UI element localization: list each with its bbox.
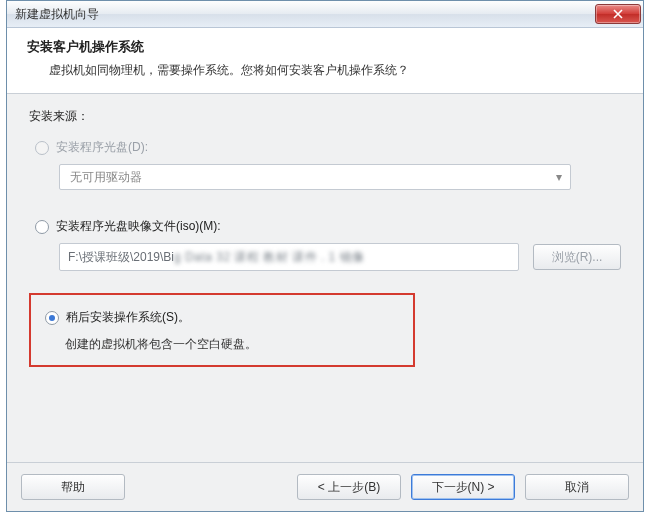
window-title: 新建虚拟机向导: [15, 6, 595, 23]
iso-path-prefix: F:\授课班级\2019\Bi: [68, 249, 174, 266]
wizard-window: 新建虚拟机向导 安装客户机操作系统 虚拟机如同物理机，需要操作系统。您将如何安装…: [6, 0, 644, 512]
radio-iso[interactable]: [35, 220, 49, 234]
cancel-button[interactable]: 取消: [525, 474, 629, 500]
radio-later[interactable]: [45, 311, 59, 325]
page-heading: 安装客户机操作系统: [27, 38, 623, 56]
radio-disc: [35, 141, 49, 155]
iso-path-input[interactable]: F:\授课班级\2019\Big Data 32 课程 教材 课件 . 1 镜像: [59, 243, 519, 271]
body: 安装客户机操作系统 虚拟机如同物理机，需要操作系统。您将如何安装客户机操作系统？…: [7, 28, 643, 511]
radio-later-label: 稍后安装操作系统(S)。: [66, 309, 190, 326]
option-iso: 安装程序光盘映像文件(iso)(M): F:\授课班级\2019\Big Dat…: [29, 218, 621, 271]
source-label: 安装来源：: [29, 108, 621, 125]
radio-iso-label: 安装程序光盘映像文件(iso)(M):: [56, 218, 221, 235]
help-button[interactable]: 帮助: [21, 474, 125, 500]
footer: 帮助 < 上一步(B) 下一步(N) > 取消: [7, 462, 643, 511]
radio-dot-icon: [49, 315, 55, 321]
page-subheading: 虚拟机如同物理机，需要操作系统。您将如何安装客户机操作系统？: [49, 62, 623, 79]
disc-drive-value: 无可用驱动器: [70, 169, 142, 186]
option-later-highlight: 稍后安装操作系统(S)。 创建的虚拟机将包含一个空白硬盘。: [29, 293, 415, 367]
content: 安装来源： 安装程序光盘(D): 无可用驱动器 ▾ 安装程序光盘映像文件(iso…: [7, 94, 643, 462]
browse-button[interactable]: 浏览(R)...: [533, 244, 621, 270]
close-icon: [613, 9, 623, 19]
titlebar: 新建虚拟机向导: [7, 1, 643, 28]
radio-disc-label: 安装程序光盘(D):: [56, 139, 148, 156]
chevron-down-icon: ▾: [556, 170, 562, 184]
iso-path-blurred: g Data 32 课程 教材 课件 . 1 镜像: [174, 249, 365, 266]
close-button[interactable]: [595, 4, 641, 24]
option-later-desc: 创建的虚拟机将包含一个空白硬盘。: [65, 336, 399, 353]
next-button[interactable]: 下一步(N) >: [411, 474, 515, 500]
back-button[interactable]: < 上一步(B): [297, 474, 401, 500]
header-panel: 安装客户机操作系统 虚拟机如同物理机，需要操作系统。您将如何安装客户机操作系统？: [7, 28, 643, 94]
option-disc: 安装程序光盘(D): 无可用驱动器 ▾: [29, 139, 621, 190]
disc-drive-select[interactable]: 无可用驱动器 ▾: [59, 164, 571, 190]
